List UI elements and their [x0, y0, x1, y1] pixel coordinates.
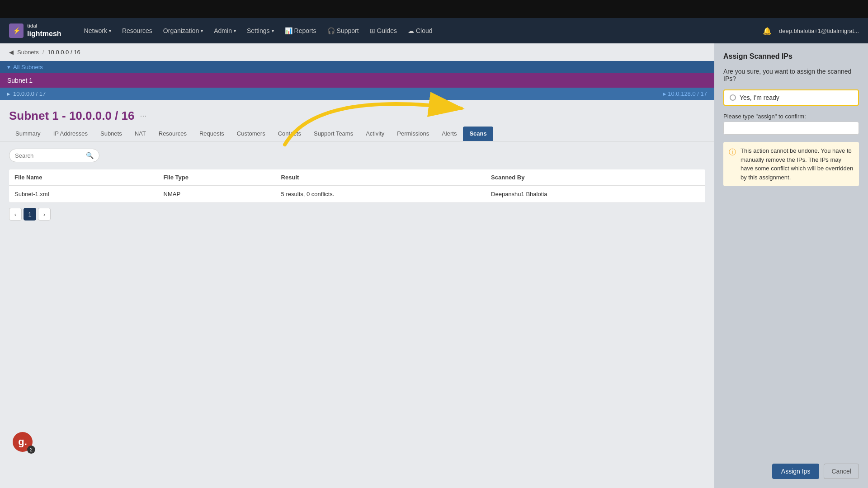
top-bar [0, 0, 868, 18]
nav-right: 🔔 deep.bhalotia+1@tidalmigrat... [763, 27, 859, 35]
assign-ips-button[interactable]: Assign Ips [772, 464, 820, 479]
tab-nat[interactable]: NAT [128, 127, 152, 141]
nav-links: Network ▾ Resources Organization ▾ Admin… [80, 24, 752, 37]
nav-resources[interactable]: Resources [118, 24, 157, 37]
right-panel-question: Are you sure, you want to assign the sca… [723, 68, 859, 82]
cell-file-type: NMAP [158, 186, 276, 202]
page-header: Subnet 1 - 10.0.0.0 / 16 ··· [0, 100, 714, 127]
tab-resources[interactable]: Resources [152, 127, 193, 141]
tab-permissions[interactable]: Permissions [391, 127, 435, 141]
table-header-row: File Name File Type Result Scanned By [9, 169, 705, 186]
content-area: Subnet 1 - 10.0.0.0 / 16 ··· Summary IP … [0, 100, 714, 488]
breadcrumb-arrow: ◀ [9, 49, 14, 56]
subnet-selected-row[interactable]: Subnet 1 [0, 73, 714, 88]
breadcrumb: ◀ Subnets / 10.0.0.0 / 16 [0, 43, 714, 61]
chevron-down-icon: ▾ [234, 28, 236, 33]
navbar: ⚡ tidal lightmesh Network ▾ Resources Or… [0, 18, 868, 43]
col-result: Result [276, 169, 486, 186]
breadcrumb-current: 10.0.0.0 / 16 [47, 49, 80, 56]
content-wrapper: ◀ Subnets / 10.0.0.0 / 16 ▾ All Subnets … [0, 43, 714, 488]
breadcrumb-subnets[interactable]: Subnets [17, 49, 39, 56]
bell-icon[interactable]: 🔔 [763, 27, 772, 35]
subnet-sub-row: ▸ 10.0.0.0 / 17 ▸ 10.0.128.0 / 17 [0, 88, 714, 100]
search-bar: 🔍 [9, 149, 99, 162]
subnet-selected-label: Subnet 1 [7, 77, 33, 84]
col-scanned-by: Scanned By [486, 169, 705, 186]
user-label[interactable]: deep.bhalotia+1@tidalmigrat... [779, 28, 859, 34]
chevron-down-icon: ▾ [109, 28, 111, 33]
tab-scans[interactable]: Scans [463, 127, 493, 141]
tab-summary[interactable]: Summary [9, 127, 47, 141]
tabs-bar: Summary IP Addresses Subnets NAT Resourc… [0, 127, 714, 141]
warning-text: This action cannot be undone. You have t… [741, 146, 854, 182]
type-assign-label: Please type "assign" to confirm: [723, 113, 859, 120]
nav-organization[interactable]: Organization ▾ [159, 24, 208, 37]
pagination: ‹ 1 › [9, 202, 705, 226]
col-file-name: File Name [9, 169, 158, 186]
tab-customers[interactable]: Customers [231, 127, 272, 141]
yes-option[interactable]: Yes, I'm ready [723, 89, 859, 106]
subnet-list: ▾ All Subnets Subnet 1 ▸ 10.0.0.0 / 17 ▸… [0, 61, 714, 100]
nav-settings[interactable]: Settings ▾ [242, 24, 278, 37]
right-panel: Assign Scanned IPs Are you sure, you wan… [714, 43, 868, 488]
logo-icon: ⚡ [9, 23, 24, 38]
tab-ip-addresses[interactable]: IP Addresses [47, 127, 94, 141]
tab-contacts[interactable]: Contacts [272, 127, 307, 141]
yes-label: Yes, I'm ready [740, 94, 779, 101]
col-file-type: File Type [158, 169, 276, 186]
type-assign-section: Please type "assign" to confirm: [723, 113, 859, 135]
chevron-down-icon: ▾ [272, 28, 274, 33]
cell-result: 5 results, 0 conflicts. [276, 186, 486, 202]
triangle-icon: ▾ [7, 64, 10, 70]
nav-admin[interactable]: Admin ▾ [209, 24, 241, 37]
nav-reports[interactable]: 📊 Reports [280, 24, 321, 37]
nav-guides[interactable]: ⊞ Guides [365, 24, 401, 37]
notification-badge: 2 [27, 446, 35, 454]
panel-buttons: Assign Ips Cancel [723, 464, 859, 479]
subnet-all-row[interactable]: ▾ All Subnets [0, 61, 714, 73]
logo-text: tidal lightmesh [27, 23, 61, 39]
type-assign-input[interactable] [723, 122, 859, 135]
cell-file-name: Subnet-1.xml [9, 186, 158, 202]
search-icon: 🔍 [86, 152, 94, 159]
page-1-button[interactable]: 1 [24, 208, 36, 221]
table-row[interactable]: Subnet-1.xml NMAP 5 results, 0 conflicts… [9, 186, 705, 202]
prev-page-button[interactable]: ‹ [9, 208, 22, 221]
cell-scanned-by: Deepanshu1 Bhalotia [486, 186, 705, 202]
cancel-button[interactable]: Cancel [824, 464, 859, 479]
next-page-button[interactable]: › [38, 208, 51, 221]
right-panel-title: Assign Scanned IPs [723, 52, 859, 61]
sub-arrow-right-icon: ▸ [663, 90, 666, 97]
tab-support-teams[interactable]: Support Teams [307, 127, 359, 141]
sub-arrow-icon: ▸ [7, 90, 10, 97]
logo[interactable]: ⚡ tidal lightmesh [9, 23, 61, 39]
warning-icon: ⓘ [729, 147, 736, 182]
nav-network[interactable]: Network ▾ [80, 24, 116, 37]
chevron-down-icon: ▾ [201, 28, 203, 33]
subnet-sub-right-label[interactable]: 10.0.128.0 / 17 [668, 90, 707, 97]
page-title: Subnet 1 - 10.0.0.0 / 16 [9, 109, 134, 123]
more-options-icon[interactable]: ··· [140, 111, 146, 121]
main-layout: ◀ Subnets / 10.0.0.0 / 16 ▾ All Subnets … [0, 43, 868, 488]
nav-support[interactable]: 🎧 Support [323, 24, 363, 37]
data-table: File Name File Type Result Scanned By Su… [9, 169, 705, 202]
all-subnets-label: All Subnets [13, 64, 43, 70]
nav-cloud[interactable]: ☁ Cloud [403, 24, 437, 37]
table-area: 🔍 File Name File Type Result Scanned By [0, 141, 714, 488]
tab-requests[interactable]: Requests [193, 127, 231, 141]
warning-box: ⓘ This action cannot be undone. You have… [723, 142, 859, 186]
tab-activity[interactable]: Activity [359, 127, 391, 141]
search-input[interactable] [15, 152, 86, 159]
yes-radio[interactable] [730, 94, 736, 101]
subnet-sub-left-label[interactable]: 10.0.0.0 / 17 [13, 90, 46, 97]
tab-alerts[interactable]: Alerts [435, 127, 463, 141]
tab-subnets[interactable]: Subnets [94, 127, 128, 141]
